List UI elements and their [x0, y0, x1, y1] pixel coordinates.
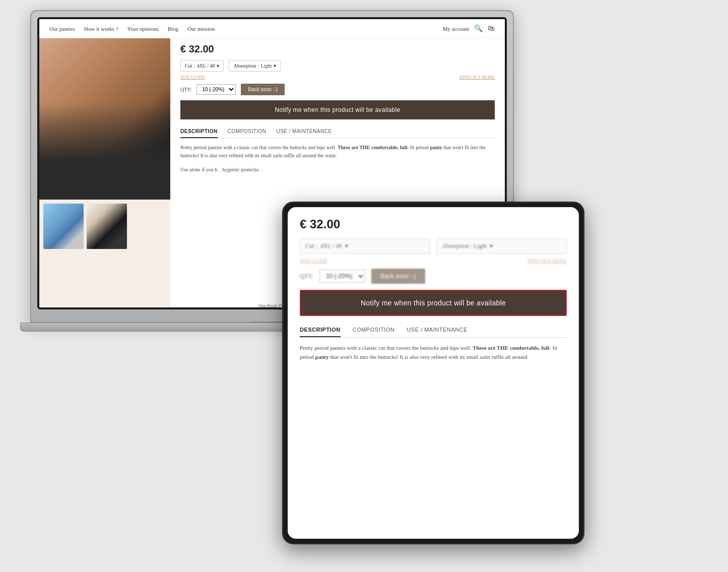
nav-right: My account 🔍 🛍 [443, 24, 495, 33]
cut-value: 4XL / 48 [197, 63, 215, 69]
my-account-link[interactable]: My account [443, 26, 469, 32]
selects-row: Cut : 4XL / 48 ▾ Absorption : Light ▾ [180, 60, 495, 72]
product-description: Pretty period panties with a classic cut… [180, 144, 495, 160]
tablet-cut-chevron-icon: ▾ [345, 242, 348, 250]
nav-how-it-works[interactable]: How it works ? [84, 26, 118, 32]
product-price: € 32.00 [180, 43, 495, 55]
tablet-body: € 32.00 Cut : 4XL / 48 ▾ Absorption : Li… [282, 202, 584, 544]
size-guide-link[interactable]: SIZE GUIDE [180, 75, 205, 80]
cart-icon[interactable]: 🛍 [488, 25, 495, 33]
tablet-tabs-row: DESCRIPTION COMPOSITION USE / MAINTENANC… [300, 323, 567, 338]
tab-composition[interactable]: COMPOSITION [228, 125, 267, 138]
thumbnail-1[interactable] [43, 204, 84, 249]
thumbnail-2[interactable] [87, 204, 127, 249]
macbook-pro-label: MacBook Pro [258, 303, 286, 308]
tab-use-maintenance[interactable]: USE / MAINTENANCE [276, 125, 332, 138]
back-soon-button[interactable]: Back soon :-) [241, 84, 285, 95]
tablet-cut-label: Cut : [305, 242, 317, 250]
notify-button[interactable]: Notify me when this product will be avai… [180, 100, 495, 119]
tablet-size-guide[interactable]: SIZE GUIDE [300, 258, 327, 264]
main-product-image [39, 38, 170, 200]
nav-our-panties[interactable]: Our panties [49, 26, 75, 32]
absorption-label: Absorption : [233, 63, 258, 69]
nav-blog[interactable]: Blog [168, 26, 178, 32]
qty-select[interactable]: 10 (-20%) 1 2 5 [196, 84, 236, 95]
absorption-select[interactable]: Absorption : Light ▾ [229, 60, 281, 72]
nav-our-mission[interactable]: Our mission [187, 26, 215, 32]
qty-row: QTY: 10 (-20%) 1 2 5 Back soon :-) [180, 84, 495, 95]
tablet-notify-wrapper: Notify me when this product will be avai… [300, 290, 567, 316]
tablet-cut-value: 4XL / 48 [320, 242, 342, 250]
tablet-absorption-value: Absorption : Light [442, 242, 487, 250]
absorption-value: Light [261, 63, 272, 69]
tablet-tab-description[interactable]: DESCRIPTION [300, 323, 341, 337]
qty-label: QTY: [180, 87, 191, 92]
nav-your-opinions[interactable]: Your opinions [127, 26, 159, 32]
cut-label: Cut : [185, 63, 195, 69]
cut-chevron-icon: ▾ [217, 63, 219, 69]
tablet-description: Pretty period panties with a classic cut… [300, 344, 567, 361]
tablet-back-soon-button[interactable]: Back soon :-) [371, 269, 425, 284]
tablet-tab-use-maintenance[interactable]: USE / MAINTENANCE [407, 323, 467, 337]
thumbnail-row [39, 200, 170, 253]
tablet-device: € 32.00 Cut : 4XL / 48 ▾ Absorption : Li… [282, 202, 594, 554]
cut-select[interactable]: Cut : 4XL / 48 ▾ [180, 60, 224, 72]
links-row: SIZE GUIDE FIND OUT MORE [180, 75, 495, 80]
product-images [39, 38, 170, 307]
tablet-screen: € 32.00 Cut : 4XL / 48 ▾ Absorption : Li… [288, 207, 579, 539]
tab-description[interactable]: DESCRIPTION [180, 125, 218, 138]
tablet-qty-select[interactable]: 10 (-20%) [319, 270, 365, 283]
tablet-selects-row: Cut : 4XL / 48 ▾ Absorption : Light ▾ [300, 238, 567, 254]
absorption-chevron-icon: ▾ [274, 63, 276, 69]
search-icon[interactable]: 🔍 [474, 24, 483, 33]
tablet-find-out-more[interactable]: FIND OUT MORE [527, 258, 567, 264]
tablet-price: € 32.00 [300, 217, 567, 231]
tablet-tab-composition[interactable]: COMPOSITION [353, 323, 395, 337]
find-out-more-link[interactable]: FIND OUT MORE [459, 75, 495, 80]
tablet-absorption-chevron-icon: ▾ [490, 242, 493, 250]
tablet-qty-row: QTY: 10 (-20%) Back soon :-) [300, 269, 567, 284]
tablet-absorption-select[interactable]: Absorption : Light ▾ [436, 238, 567, 254]
tablet-cut-select[interactable]: Cut : 4XL / 48 ▾ [300, 238, 430, 254]
tablet-notify-button[interactable]: Notify me when this product will be avai… [301, 291, 566, 315]
tablet-links-row: SIZE GUIDE FIND OUT MORE [300, 258, 567, 264]
tabs-row: DESCRIPTION COMPOSITION USE / MAINTENANC… [180, 125, 495, 139]
navbar: Our panties How it works ? Your opinions… [39, 19, 505, 38]
tablet-content: € 32.00 Cut : 4XL / 48 ▾ Absorption : Li… [288, 207, 579, 539]
product-description-2: Use alone if you h... hygienic protectio… [180, 166, 495, 174]
tablet-qty-label: QTY: [300, 273, 313, 280]
